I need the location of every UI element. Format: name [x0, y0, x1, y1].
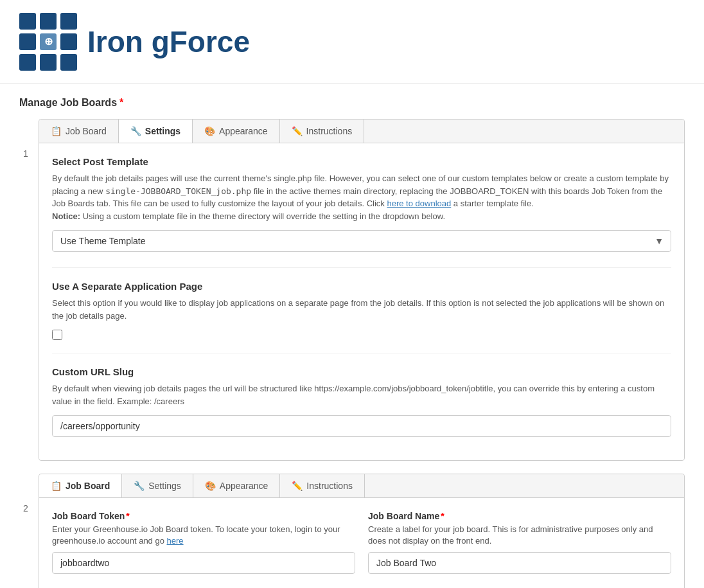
tab-appearance-2[interactable]: 🎨 Appearance [193, 474, 281, 497]
svg-rect-6 [60, 33, 77, 50]
svg-rect-9 [60, 54, 77, 71]
tab-job-board-2[interactable]: 📋 Job Board [39, 474, 122, 498]
name-desc: Create a label for your job board. This … [368, 524, 671, 547]
svg-rect-8 [40, 54, 57, 71]
select-post-template-title: Select Post Template [52, 156, 671, 167]
pencil-icon-2: ✏️ [292, 481, 303, 491]
panel-2-wrapper: 2 📋 Job Board 🔧 Settings 🎨 Appearance ✏️ [39, 474, 685, 588]
panel-1: 📋 Job Board 🔧 Settings 🎨 Appearance ✏️ I… [39, 119, 685, 461]
panel-1-tabs: 📋 Job Board 🔧 Settings 🎨 Appearance ✏️ I… [39, 120, 684, 143]
logo-text: Iron gForce [87, 24, 250, 59]
logo-container: ⊕ Iron gForce [19, 13, 685, 71]
logo-icon: ⊕ [19, 13, 77, 71]
template-select-wrapper: Use Theme Template Custom Template ▼ [52, 230, 671, 252]
panel-1-number: 1 [23, 148, 28, 159]
panel-2-tabs: 📋 Job Board 🔧 Settings 🎨 Appearance ✏️ I… [39, 474, 684, 498]
name-field-group: Job Board Name* Create a label for your … [368, 511, 671, 574]
divider-2 [52, 353, 671, 353]
two-col-layout: Job Board Token* Enter your Greenhouse.i… [52, 511, 671, 584]
template-select[interactable]: Use Theme Template Custom Template [52, 230, 671, 252]
svg-rect-3 [19, 33, 36, 50]
token-desc: Enter your Greenhouse.io Job Board token… [52, 524, 355, 547]
briefcase-icon-2: 📋 [51, 481, 62, 491]
tab-instructions-2[interactable]: ✏️ Instructions [280, 474, 365, 497]
main-content: Manage Job Boards* 1 📋 Job Board 🔧 Setti… [0, 84, 704, 588]
divider-1 [52, 267, 671, 268]
panel-2-body: Job Board Token* Enter your Greenhouse.i… [39, 498, 684, 588]
tab-job-board-1[interactable]: 📋 Job Board [39, 120, 119, 143]
svg-rect-0 [19, 13, 36, 30]
custom-url-input[interactable]: /careers/opportunity [52, 415, 671, 437]
separate-app-desc: Select this option if you would like to … [52, 297, 671, 322]
svg-rect-1 [40, 13, 57, 30]
panel-2: 📋 Job Board 🔧 Settings 🎨 Appearance ✏️ I… [39, 474, 685, 588]
custom-url-desc: By default when viewing job details page… [52, 382, 671, 407]
wrench-icon: 🔧 [130, 126, 141, 136]
briefcase-icon: 📋 [51, 126, 62, 136]
svg-rect-2 [60, 13, 77, 30]
tab-settings-1[interactable]: 🔧 Settings [119, 120, 193, 143]
paint-icon: 🎨 [204, 126, 215, 136]
name-label: Job Board Name* [368, 511, 671, 521]
token-input[interactable]: jobboardtwo [52, 552, 355, 574]
separate-app-title: Use A Separate Application Page [52, 281, 671, 292]
panel-1-wrapper: 1 📋 Job Board 🔧 Settings 🎨 Appearance ✏️ [39, 119, 685, 461]
separate-app-checkbox[interactable] [52, 330, 62, 340]
name-input[interactable]: Job Board Two [368, 552, 671, 574]
header: ⊕ Iron gForce [0, 0, 704, 84]
code-snippet: single-JOBBOARD_TOKEN_job.php [105, 186, 251, 196]
tab-settings-2[interactable]: 🔧 Settings [122, 474, 193, 497]
svg-text:⊕: ⊕ [44, 36, 53, 47]
here-link[interactable]: here [167, 536, 184, 546]
token-field-group: Job Board Token* Enter your Greenhouse.i… [52, 511, 355, 574]
wrench-icon-2: 🔧 [134, 481, 145, 491]
custom-url-section: Custom URL Slug By default when viewing … [52, 366, 671, 437]
download-link[interactable]: here to download [387, 199, 451, 208]
select-post-template-desc: By default the job details pages will us… [52, 172, 671, 222]
custom-url-title: Custom URL Slug [52, 366, 671, 377]
select-post-template-section: Select Post Template By default the job … [52, 156, 671, 252]
pencil-icon: ✏️ [292, 126, 303, 136]
paint-icon-2: 🎨 [205, 481, 216, 491]
panel-2-number: 2 [23, 503, 28, 513]
tab-appearance-1[interactable]: 🎨 Appearance [193, 120, 280, 143]
panel-1-body: Select Post Template By default the job … [39, 143, 684, 460]
separate-app-section: Use A Separate Application Page Select t… [52, 281, 671, 340]
page-title: Manage Job Boards* [19, 97, 685, 109]
token-label: Job Board Token* [52, 511, 355, 521]
svg-rect-7 [19, 54, 36, 71]
separate-app-checkbox-wrapper [52, 330, 671, 340]
tab-instructions-1[interactable]: ✏️ Instructions [280, 120, 365, 143]
